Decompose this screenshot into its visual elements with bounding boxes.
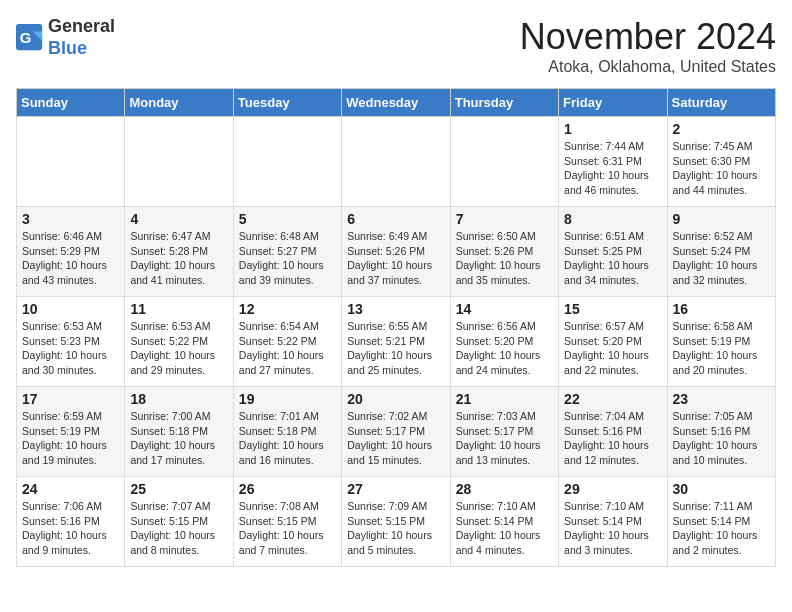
week-row-1: 1Sunrise: 7:44 AM Sunset: 6:31 PM Daylig…	[17, 117, 776, 207]
day-number: 17	[22, 391, 119, 407]
day-cell: 14Sunrise: 6:56 AM Sunset: 5:20 PM Dayli…	[450, 297, 558, 387]
day-cell: 6Sunrise: 6:49 AM Sunset: 5:26 PM Daylig…	[342, 207, 450, 297]
day-number: 2	[673, 121, 770, 137]
logo-line2: Blue	[48, 38, 115, 60]
day-number: 10	[22, 301, 119, 317]
day-cell	[450, 117, 558, 207]
calendar-header-row: SundayMondayTuesdayWednesdayThursdayFrid…	[17, 89, 776, 117]
day-info: Sunrise: 6:56 AM Sunset: 5:20 PM Dayligh…	[456, 319, 553, 378]
logo-line1: General	[48, 16, 115, 38]
day-number: 6	[347, 211, 444, 227]
day-cell: 22Sunrise: 7:04 AM Sunset: 5:16 PM Dayli…	[559, 387, 667, 477]
day-info: Sunrise: 7:45 AM Sunset: 6:30 PM Dayligh…	[673, 139, 770, 198]
day-number: 3	[22, 211, 119, 227]
svg-text:G: G	[20, 28, 32, 45]
day-cell: 15Sunrise: 6:57 AM Sunset: 5:20 PM Dayli…	[559, 297, 667, 387]
day-number: 23	[673, 391, 770, 407]
day-cell: 29Sunrise: 7:10 AM Sunset: 5:14 PM Dayli…	[559, 477, 667, 567]
day-number: 26	[239, 481, 336, 497]
day-number: 13	[347, 301, 444, 317]
page-header: G General Blue November 2024 Atoka, Okla…	[16, 16, 776, 76]
day-info: Sunrise: 7:09 AM Sunset: 5:15 PM Dayligh…	[347, 499, 444, 558]
day-cell: 11Sunrise: 6:53 AM Sunset: 5:22 PM Dayli…	[125, 297, 233, 387]
day-info: Sunrise: 6:53 AM Sunset: 5:23 PM Dayligh…	[22, 319, 119, 378]
day-cell: 24Sunrise: 7:06 AM Sunset: 5:16 PM Dayli…	[17, 477, 125, 567]
day-number: 5	[239, 211, 336, 227]
day-cell: 20Sunrise: 7:02 AM Sunset: 5:17 PM Dayli…	[342, 387, 450, 477]
day-cell: 8Sunrise: 6:51 AM Sunset: 5:25 PM Daylig…	[559, 207, 667, 297]
month-title: November 2024	[520, 16, 776, 58]
day-info: Sunrise: 7:11 AM Sunset: 5:14 PM Dayligh…	[673, 499, 770, 558]
day-cell: 3Sunrise: 6:46 AM Sunset: 5:29 PM Daylig…	[17, 207, 125, 297]
day-number: 21	[456, 391, 553, 407]
day-info: Sunrise: 7:08 AM Sunset: 5:15 PM Dayligh…	[239, 499, 336, 558]
day-info: Sunrise: 6:47 AM Sunset: 5:28 PM Dayligh…	[130, 229, 227, 288]
day-info: Sunrise: 6:49 AM Sunset: 5:26 PM Dayligh…	[347, 229, 444, 288]
day-number: 20	[347, 391, 444, 407]
day-number: 22	[564, 391, 661, 407]
day-info: Sunrise: 6:59 AM Sunset: 5:19 PM Dayligh…	[22, 409, 119, 468]
day-cell	[233, 117, 341, 207]
day-number: 29	[564, 481, 661, 497]
week-row-5: 24Sunrise: 7:06 AM Sunset: 5:16 PM Dayli…	[17, 477, 776, 567]
day-number: 7	[456, 211, 553, 227]
day-cell: 7Sunrise: 6:50 AM Sunset: 5:26 PM Daylig…	[450, 207, 558, 297]
day-info: Sunrise: 7:05 AM Sunset: 5:16 PM Dayligh…	[673, 409, 770, 468]
day-cell: 12Sunrise: 6:54 AM Sunset: 5:22 PM Dayli…	[233, 297, 341, 387]
day-cell: 28Sunrise: 7:10 AM Sunset: 5:14 PM Dayli…	[450, 477, 558, 567]
header-tuesday: Tuesday	[233, 89, 341, 117]
day-cell: 25Sunrise: 7:07 AM Sunset: 5:15 PM Dayli…	[125, 477, 233, 567]
day-cell: 5Sunrise: 6:48 AM Sunset: 5:27 PM Daylig…	[233, 207, 341, 297]
header-friday: Friday	[559, 89, 667, 117]
day-number: 11	[130, 301, 227, 317]
day-info: Sunrise: 7:07 AM Sunset: 5:15 PM Dayligh…	[130, 499, 227, 558]
day-number: 15	[564, 301, 661, 317]
day-cell: 18Sunrise: 7:00 AM Sunset: 5:18 PM Dayli…	[125, 387, 233, 477]
header-wednesday: Wednesday	[342, 89, 450, 117]
day-cell: 19Sunrise: 7:01 AM Sunset: 5:18 PM Dayli…	[233, 387, 341, 477]
day-info: Sunrise: 6:58 AM Sunset: 5:19 PM Dayligh…	[673, 319, 770, 378]
day-cell: 2Sunrise: 7:45 AM Sunset: 6:30 PM Daylig…	[667, 117, 775, 207]
day-info: Sunrise: 6:46 AM Sunset: 5:29 PM Dayligh…	[22, 229, 119, 288]
week-row-4: 17Sunrise: 6:59 AM Sunset: 5:19 PM Dayli…	[17, 387, 776, 477]
day-info: Sunrise: 6:54 AM Sunset: 5:22 PM Dayligh…	[239, 319, 336, 378]
day-info: Sunrise: 7:06 AM Sunset: 5:16 PM Dayligh…	[22, 499, 119, 558]
header-thursday: Thursday	[450, 89, 558, 117]
day-info: Sunrise: 6:57 AM Sunset: 5:20 PM Dayligh…	[564, 319, 661, 378]
day-cell: 27Sunrise: 7:09 AM Sunset: 5:15 PM Dayli…	[342, 477, 450, 567]
day-info: Sunrise: 6:52 AM Sunset: 5:24 PM Dayligh…	[673, 229, 770, 288]
calendar-table: SundayMondayTuesdayWednesdayThursdayFrid…	[16, 88, 776, 567]
day-number: 30	[673, 481, 770, 497]
day-number: 4	[130, 211, 227, 227]
day-cell: 13Sunrise: 6:55 AM Sunset: 5:21 PM Dayli…	[342, 297, 450, 387]
day-number: 25	[130, 481, 227, 497]
day-info: Sunrise: 7:03 AM Sunset: 5:17 PM Dayligh…	[456, 409, 553, 468]
day-cell: 21Sunrise: 7:03 AM Sunset: 5:17 PM Dayli…	[450, 387, 558, 477]
day-info: Sunrise: 7:10 AM Sunset: 5:14 PM Dayligh…	[456, 499, 553, 558]
day-info: Sunrise: 6:51 AM Sunset: 5:25 PM Dayligh…	[564, 229, 661, 288]
day-cell	[125, 117, 233, 207]
day-number: 28	[456, 481, 553, 497]
day-number: 19	[239, 391, 336, 407]
week-row-3: 10Sunrise: 6:53 AM Sunset: 5:23 PM Dayli…	[17, 297, 776, 387]
day-cell: 17Sunrise: 6:59 AM Sunset: 5:19 PM Dayli…	[17, 387, 125, 477]
day-info: Sunrise: 7:04 AM Sunset: 5:16 PM Dayligh…	[564, 409, 661, 468]
day-info: Sunrise: 6:55 AM Sunset: 5:21 PM Dayligh…	[347, 319, 444, 378]
location: Atoka, Oklahoma, United States	[520, 58, 776, 76]
header-saturday: Saturday	[667, 89, 775, 117]
title-block: November 2024 Atoka, Oklahoma, United St…	[520, 16, 776, 76]
day-number: 12	[239, 301, 336, 317]
day-number: 8	[564, 211, 661, 227]
day-info: Sunrise: 7:10 AM Sunset: 5:14 PM Dayligh…	[564, 499, 661, 558]
day-number: 9	[673, 211, 770, 227]
day-number: 16	[673, 301, 770, 317]
day-cell: 16Sunrise: 6:58 AM Sunset: 5:19 PM Dayli…	[667, 297, 775, 387]
day-cell: 30Sunrise: 7:11 AM Sunset: 5:14 PM Dayli…	[667, 477, 775, 567]
day-info: Sunrise: 7:44 AM Sunset: 6:31 PM Dayligh…	[564, 139, 661, 198]
day-info: Sunrise: 7:02 AM Sunset: 5:17 PM Dayligh…	[347, 409, 444, 468]
day-info: Sunrise: 6:53 AM Sunset: 5:22 PM Dayligh…	[130, 319, 227, 378]
day-cell	[342, 117, 450, 207]
day-info: Sunrise: 6:48 AM Sunset: 5:27 PM Dayligh…	[239, 229, 336, 288]
day-info: Sunrise: 7:01 AM Sunset: 5:18 PM Dayligh…	[239, 409, 336, 468]
day-number: 27	[347, 481, 444, 497]
